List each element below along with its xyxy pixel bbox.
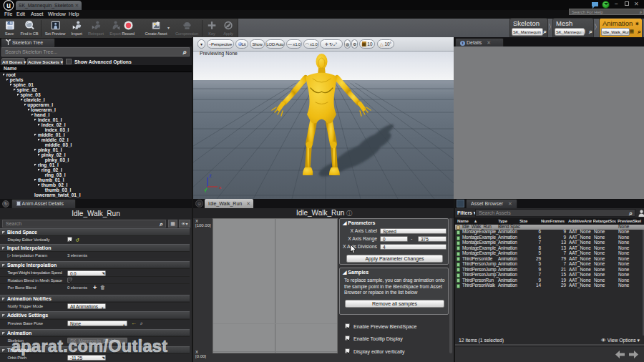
svg-text:Previewing None: Previewing None: [200, 51, 238, 57]
svg-text:u: u: [6, 1, 11, 9]
svg-text:Z: Z: [209, 174, 212, 178]
